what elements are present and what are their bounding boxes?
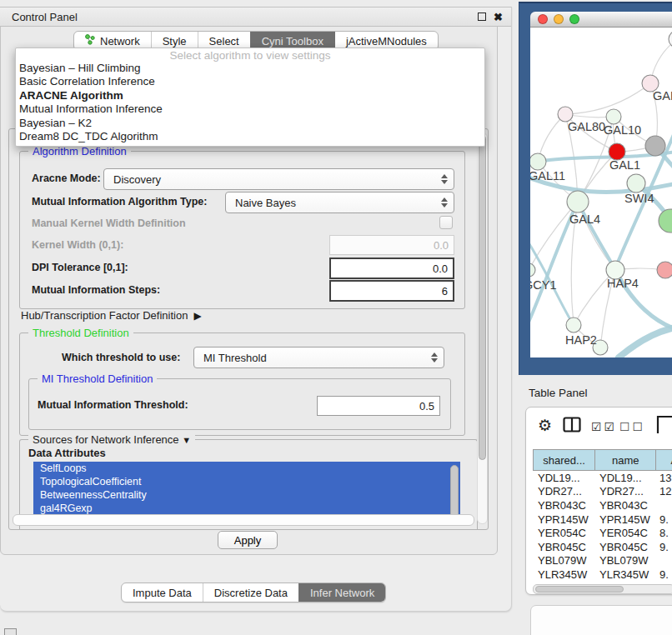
hub-definition-expander[interactable]: Hub/Transcription Factor Definition ▶ — [21, 309, 202, 322]
settings-horizontal-scrollbar[interactable] — [13, 514, 474, 526]
node-label-swi4: SWI4 — [624, 192, 654, 205]
network-node-gcy1[interactable] — [530, 263, 535, 277]
network-node-node-b[interactable] — [645, 136, 665, 156]
mode-tab-infer-network[interactable]: Infer Network — [298, 583, 385, 602]
mi-threshold-label: Mutual Information Threshold: — [38, 399, 188, 411]
network-node-gal10[interactable] — [606, 109, 621, 124]
select-all-icon[interactable]: ☑☑ — [591, 420, 617, 433]
table-body: YDL19...YDL19...13YDR27...YDR27...12YBR0… — [533, 471, 672, 582]
table-horizontal-scrollbar[interactable] — [533, 584, 672, 594]
node-label-gcy1: GCY1 — [530, 278, 557, 292]
node-label-gal11: GAL11 — [530, 169, 565, 182]
table-cell: YBR045C — [594, 541, 656, 553]
table-panel-title: Table Panel — [529, 387, 588, 399]
float-window-icon[interactable] — [478, 12, 486, 21]
mac-minimize-button[interactable] — [554, 14, 564, 24]
settings-vertical-scrollbar-thumb[interactable] — [479, 135, 486, 460]
mi-threshold-definition-title: MI Threshold Definition — [38, 372, 157, 385]
aracne-mode-value: Discovery — [113, 173, 161, 186]
column-header-shared[interactable]: shared... — [534, 450, 594, 470]
table-cell: YDL19... — [594, 472, 656, 484]
network-node-hap2[interactable] — [566, 318, 581, 332]
column-header-name[interactable]: name — [594, 450, 655, 470]
table-cell: YER054C — [533, 527, 594, 539]
apply-button[interactable]: Apply — [218, 531, 278, 549]
table-row[interactable]: YBL079WYBL079W — [533, 554, 672, 568]
algorithm-dropdown-list: Select algorithm to view settings Bayesi… — [15, 48, 485, 147]
split-columns-icon[interactable] — [563, 417, 581, 436]
column-header-a[interactable]: A — [655, 450, 672, 470]
dpi-tolerance-field[interactable]: 0.0 — [329, 258, 454, 279]
table-cell: YBL079W — [533, 554, 594, 567]
network-node-gal4[interactable] — [567, 191, 589, 212]
table-row[interactable]: YPR145WYPR145W9. — [533, 512, 672, 527]
titlebar-icons: ✖ — [478, 12, 503, 22]
attribute-item-selfloops[interactable]: SelfLoops — [33, 462, 460, 475]
network-node-swi4[interactable] — [627, 174, 645, 192]
dropdown-item-bayesian-hill-climbing[interactable]: Bayesian – Hill Climbing — [16, 62, 484, 75]
table-row[interactable]: YBR045CYBR045C9. — [533, 540, 672, 554]
dropdown-item-aracne-algorithm[interactable]: ARACNE Algorithm — [16, 89, 484, 102]
dropdown-item-bayesian-k2[interactable]: Bayesian – K2 — [16, 117, 484, 130]
mi-type-select[interactable]: Naive Bayes — [225, 192, 454, 213]
dropdown-item-mutual-information-inference[interactable]: Mutual Information Inference — [16, 102, 484, 116]
table-row[interactable]: YLR345WYLR345W9. — [533, 568, 672, 582]
table-cell: YLR345W — [594, 568, 656, 581]
dock-toggle-icon[interactable] — [4, 628, 17, 635]
attribute-item-topologicalcoefficient[interactable]: TopologicalCoefficient — [33, 475, 460, 488]
aracne-mode-select[interactable]: Discovery — [103, 168, 454, 190]
attribute-item-gal4rgexp[interactable]: gal4RGexp — [33, 502, 460, 515]
table-cell: YDL19... — [533, 472, 594, 484]
which-threshold-label: Which threshold to use: — [62, 352, 180, 363]
table-panel: ⚙ ☑☑ ☐☐ shared...nameA YDL19...YDL19...1… — [525, 407, 672, 595]
combo-stepper-icon — [441, 198, 450, 208]
network-node-gal1[interactable] — [609, 143, 625, 160]
collapse-arrow-icon[interactable]: ▼ — [182, 435, 191, 445]
table-row[interactable]: YBR043CYBR043C — [533, 498, 672, 512]
network-canvas[interactable]: GALGAL80GAL10GAL1GAL11SWI4GAL4GCY1HAP4YH… — [530, 28, 672, 358]
network-node-gal11[interactable] — [530, 153, 546, 170]
mac-zoom-button[interactable] — [569, 14, 579, 24]
mi-threshold-field[interactable]: 0.5 — [317, 396, 440, 416]
table-cell: 9. — [656, 513, 672, 526]
tab-label: Infer Network — [310, 587, 374, 599]
table-row[interactable]: YDR27...YDR27...12 — [533, 485, 672, 499]
attribute-item-betweennesscentrality[interactable]: BetweennessCentrality — [33, 488, 460, 502]
algorithm-definition-group: Algorithm Definition Aracne Mode: Discov… — [19, 151, 465, 309]
document-icon[interactable] — [656, 415, 672, 437]
table-cell: YDR27... — [594, 485, 656, 498]
network-node-node-d[interactable] — [657, 262, 672, 278]
dropdown-item-basic-correlation-inference[interactable]: Basic Correlation Inference — [16, 75, 484, 88]
table-row[interactable]: YDL19...YDL19...13 — [533, 471, 672, 485]
control-panel-titlebar: Control Panel ✖ — [0, 8, 511, 27]
table-horizontal-scrollbar-thumb[interactable] — [535, 586, 624, 592]
table-row[interactable]: YIL052CYIL052C8 — [533, 582, 672, 582]
kernel-width-field: 0.0 — [329, 235, 454, 255]
lower-panel-edge — [530, 605, 672, 635]
mi-steps-field[interactable]: 6 — [329, 280, 454, 302]
table-row[interactable]: YER054CYER054C8. — [533, 526, 672, 540]
mi-type-value: Naive Bayes — [235, 197, 296, 209]
which-threshold-value: MI Threshold — [203, 352, 267, 364]
network-node-node-c[interactable] — [659, 209, 672, 232]
table-cell: 13 — [656, 472, 672, 484]
combo-stepper-icon — [441, 174, 450, 184]
table-cell: 8. — [656, 527, 672, 539]
deselect-all-icon[interactable]: ☐☐ — [619, 420, 645, 433]
mode-tab-discretize-data[interactable]: Discretize Data — [203, 583, 298, 602]
table-cell: 9. — [656, 568, 672, 581]
settings-vertical-scrollbar[interactable] — [477, 132, 488, 524]
table-settings-gear-icon[interactable]: ⚙ — [538, 416, 552, 435]
table-cell: YPR145W — [594, 513, 656, 526]
data-attributes-label: Data Attributes — [28, 447, 106, 459]
tab-label: Select — [209, 35, 239, 48]
node-label-hap2: HAP2 — [565, 333, 597, 347]
manual-kernel-checkbox[interactable] — [439, 216, 453, 229]
close-icon[interactable]: ✖ — [494, 12, 503, 22]
mac-close-button[interactable] — [538, 14, 548, 24]
which-threshold-select[interactable]: MI Threshold — [193, 347, 444, 368]
dropdown-item-dream8-dc-tdc-algorithm[interactable]: Dream8 DC_TDC Algorithm — [16, 130, 484, 143]
sources-title: Sources for Network Inference ▼ — [28, 433, 195, 446]
mode-tab-impute-data[interactable]: Impute Data — [122, 583, 203, 602]
attributes-list-scrollbar[interactable] — [450, 465, 459, 520]
